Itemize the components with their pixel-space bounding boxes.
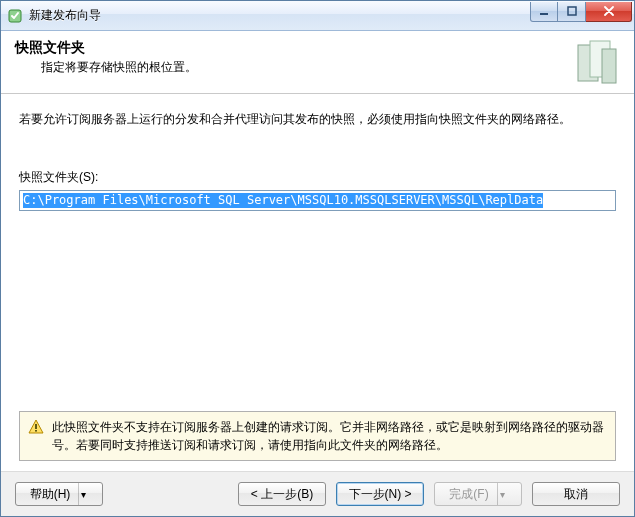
header-graphic	[572, 39, 620, 87]
svg-rect-7	[35, 430, 37, 432]
chevron-down-icon: ▾	[497, 483, 507, 505]
header-panel: 快照文件夹 指定将要存储快照的根位置。	[1, 31, 634, 94]
back-button-label: < 上一步(B)	[251, 486, 313, 503]
snapshot-folder-label: 快照文件夹(S):	[19, 169, 616, 186]
content-area: 若要允许订阅服务器上运行的分发和合并代理访问其发布的快照，必须使用指向快照文件夹…	[1, 94, 634, 471]
page-title: 快照文件夹	[15, 39, 562, 57]
maximize-button[interactable]	[558, 2, 586, 22]
warning-text: 此快照文件夹不支持在订阅服务器上创建的请求订阅。它并非网络路径，或它是映射到网络…	[52, 418, 607, 454]
back-button[interactable]: < 上一步(B)	[238, 482, 326, 506]
next-button-label: 下一步(N) >	[349, 486, 412, 503]
instruction-text: 若要允许订阅服务器上运行的分发和合并代理访问其发布的快照，必须使用指向快照文件夹…	[19, 110, 616, 129]
cancel-button[interactable]: 取消	[532, 482, 620, 506]
finish-button: 完成(F) ▾	[434, 482, 522, 506]
button-bar: 帮助(H) ▾ < 上一步(B) 下一步(N) > 完成(F) ▾ 取消	[1, 471, 634, 516]
close-button[interactable]	[586, 2, 632, 22]
window-controls	[530, 2, 632, 22]
header-texts: 快照文件夹 指定将要存储快照的根位置。	[15, 39, 562, 76]
warning-box: 此快照文件夹不支持在订阅服务器上创建的请求订阅。它并非网络路径，或它是映射到网络…	[19, 411, 616, 461]
svg-rect-5	[602, 49, 616, 83]
window-title: 新建发布向导	[29, 7, 530, 24]
wizard-icon	[7, 8, 23, 24]
snapshot-folder-input[interactable]	[19, 190, 616, 211]
finish-button-label: 完成(F)	[449, 486, 488, 503]
help-button[interactable]: 帮助(H) ▾	[15, 482, 103, 506]
chevron-down-icon: ▾	[78, 483, 88, 505]
titlebar: 新建发布向导	[1, 1, 634, 31]
help-button-label: 帮助(H)	[30, 486, 71, 503]
snapshot-folder-field-wrap: C:\Program Files\Microsoft SQL Server\MS…	[19, 190, 616, 211]
svg-rect-6	[35, 424, 37, 429]
wizard-window: 新建发布向导 快照文件夹 指定将要存储快照的根位置。	[0, 0, 635, 517]
warning-area: 此快照文件夹不支持在订阅服务器上创建的请求订阅。它并非网络路径，或它是映射到网络…	[19, 411, 616, 461]
page-subtitle: 指定将要存储快照的根位置。	[15, 59, 562, 76]
minimize-button[interactable]	[530, 2, 558, 22]
svg-rect-2	[568, 7, 576, 15]
next-button[interactable]: 下一步(N) >	[336, 482, 424, 506]
cancel-button-label: 取消	[564, 486, 588, 503]
svg-rect-1	[540, 13, 548, 15]
warning-icon	[28, 419, 44, 435]
